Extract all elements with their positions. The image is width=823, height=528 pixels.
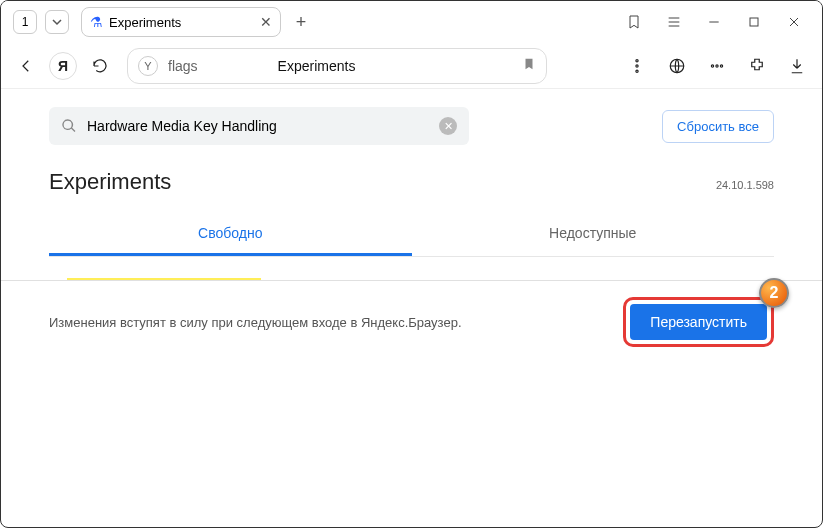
tab-count-badge[interactable]: 1 [13,10,37,34]
flask-icon: ⚗ [90,14,103,30]
url-text: flags [168,58,198,74]
reset-all-button[interactable]: Сбросить все [662,110,774,143]
highlight-2: Перезапустить 2 [623,297,774,347]
maximize-icon[interactable] [734,14,774,30]
search-icon [61,118,77,134]
close-tab-icon[interactable]: ✕ [260,14,272,30]
page-content: ✕ Сбросить все Experiments 24.10.1.598 С… [1,89,822,363]
kebab-icon[interactable] [620,49,654,83]
svg-point-2 [636,64,638,66]
menu-icon[interactable] [654,14,694,30]
flags-search-input[interactable] [87,118,439,134]
flags-search-box[interactable]: ✕ [49,107,469,145]
svg-point-3 [636,70,638,72]
tabs-dropdown[interactable] [45,10,69,34]
restart-notice: Изменения вступят в силу при следующем в… [49,315,462,330]
home-button[interactable]: Я [49,52,77,80]
version-label: 24.10.1.598 [716,179,774,191]
annotation-2: 2 [759,278,789,308]
flag-tabs: Свободно Недоступные [49,213,774,257]
tab-title: Experiments [109,15,181,30]
site-icon: Y [138,56,158,76]
window-titlebar: 1 ⚗ Experiments ✕ + [1,1,822,43]
browser-tab[interactable]: ⚗ Experiments ✕ [81,7,281,37]
close-window-icon[interactable] [774,14,814,30]
tab-unavailable[interactable]: Недоступные [412,213,775,256]
svg-rect-0 [750,18,758,26]
svg-point-5 [711,64,713,66]
svg-point-1 [636,59,638,61]
minimize-icon[interactable] [694,14,734,30]
restart-footer: Изменения вступят в силу при следующем в… [1,280,822,363]
address-bar[interactable]: Y flags Experiments [127,48,547,84]
restart-button[interactable]: Перезапустить [630,304,767,340]
bookmark-icon[interactable] [614,14,654,30]
tab-available[interactable]: Свободно [49,213,412,256]
reload-button[interactable] [83,49,117,83]
globe-icon[interactable] [660,49,694,83]
more-icon[interactable] [700,49,734,83]
page-title: Experiments [49,169,171,195]
new-tab-button[interactable]: + [287,8,315,36]
downloads-icon[interactable] [780,49,814,83]
svg-point-7 [720,64,722,66]
clear-search-icon[interactable]: ✕ [439,117,457,135]
extensions-icon[interactable] [740,49,774,83]
toolbar: Я Y flags Experiments [1,43,822,89]
url-page-title: Experiments [278,58,356,74]
svg-point-6 [716,64,718,66]
bookmark-page-icon[interactable] [522,57,536,75]
back-button[interactable] [9,49,43,83]
